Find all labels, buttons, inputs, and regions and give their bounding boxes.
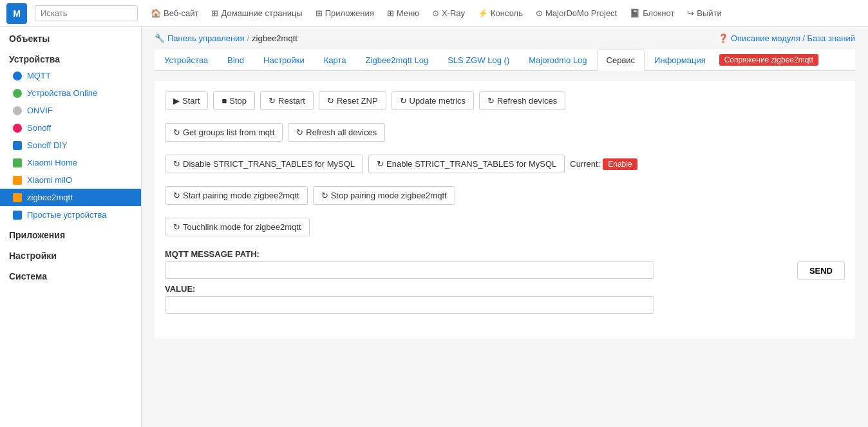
mqtt-path-label: MQTT MESSAGE PATH: bbox=[165, 249, 845, 259]
sidebar-item-xiaomi-home[interactable]: Xiaomi Home bbox=[0, 154, 141, 171]
mqtt-value-input[interactable] bbox=[165, 296, 654, 314]
mqtt-path-row: VALUE: SEND bbox=[165, 261, 845, 314]
logout-icon: ↪ bbox=[687, 8, 694, 18]
update-metrics-icon: ↻ bbox=[400, 96, 407, 106]
prostye-dot bbox=[13, 211, 22, 220]
start-pairing-button[interactable]: ↻ Start pairing mode zigbee2mqtt bbox=[165, 186, 308, 205]
xiaomi-home-dot bbox=[13, 158, 22, 167]
sidebar-item-sonoff-diy[interactable]: Sonoff DIY bbox=[0, 137, 141, 154]
tab-badge-sopryazhenie[interactable]: Сопряжение zigbee2mqtt bbox=[719, 54, 818, 66]
tab-servis[interactable]: Сервис bbox=[597, 50, 645, 71]
nav-website[interactable]: 🏠 Веб-сайт bbox=[146, 0, 203, 27]
get-groups-button[interactable]: ↻ Get groups list from mqtt bbox=[165, 123, 283, 142]
enable-badge: Enable bbox=[603, 158, 637, 170]
get-groups-icon: ↻ bbox=[173, 128, 180, 137]
sonoff-diy-dot bbox=[13, 141, 22, 150]
tab-karta[interactable]: Карта bbox=[314, 50, 356, 71]
sidebar-item-prostye[interactable]: Простые устройства bbox=[0, 206, 141, 223]
refresh-devices-icon: ↻ bbox=[487, 96, 495, 106]
tab-majorodmo-log[interactable]: Majorodmo Log bbox=[519, 50, 596, 71]
sidebar-item-zigbee2mqtt[interactable]: zigbee2mqtt bbox=[0, 189, 141, 206]
sidebar-item-mqtt[interactable]: MQTT bbox=[0, 67, 141, 84]
breadcrumb-docs-link[interactable]: Описание модуля / База знаний bbox=[731, 33, 855, 43]
breadcrumb-icon: 🔧 bbox=[155, 33, 165, 43]
enable-strict-icon: ↻ bbox=[377, 159, 384, 169]
touchlink-icon: ↻ bbox=[173, 222, 180, 232]
sidebar-item-onvif[interactable]: ONVIF bbox=[0, 102, 141, 119]
reset-znp-button[interactable]: ↻ Reset ZNP bbox=[319, 91, 386, 110]
tab-informaciya[interactable]: Информация bbox=[645, 50, 715, 71]
current-status: Current: Enable bbox=[570, 158, 637, 170]
restart-button[interactable]: ↻ Restart bbox=[260, 91, 314, 110]
stop-pairing-icon: ↻ bbox=[321, 191, 328, 200]
notepad-icon: 📓 bbox=[630, 8, 640, 18]
sidebar-section-system[interactable]: Система bbox=[0, 265, 141, 285]
logo: M bbox=[6, 3, 27, 24]
nav-apps[interactable]: ⊞ Приложения bbox=[310, 0, 379, 27]
navbar: M 🏠 Веб-сайт ⊞ Домашние страницы ⊞ Прило… bbox=[0, 0, 868, 27]
sidebar-item-sonoff[interactable]: Sonoff bbox=[0, 119, 141, 137]
sidebar-item-xiaomi-mio[interactable]: Xiaomi milO bbox=[0, 171, 141, 189]
current-label: Current: bbox=[570, 159, 600, 169]
sidebar-item-ustrojstva-online[interactable]: Устройства Online bbox=[0, 84, 141, 102]
sidebar: Объекты Устройства MQTT Устройства Onlin… bbox=[0, 27, 142, 427]
breadcrumb-home[interactable]: Панель управления bbox=[167, 33, 244, 43]
tab-nastrojki[interactable]: Настройки bbox=[254, 50, 314, 71]
buttons-row-2: ↻ Get groups list from mqtt ↻ Refresh al… bbox=[165, 123, 845, 142]
breadcrumb-actions: ❓ Описание модуля / База знаний bbox=[718, 33, 855, 43]
refresh-devices-button[interactable]: ↻ Refresh devices bbox=[479, 91, 565, 110]
search-input[interactable] bbox=[35, 5, 138, 21]
layout: Объекты Устройства MQTT Устройства Onlin… bbox=[0, 27, 868, 427]
tab-bind[interactable]: Bind bbox=[218, 50, 254, 71]
sidebar-section-objects[interactable]: Объекты bbox=[0, 27, 141, 48]
refresh-all-devices-button[interactable]: ↻ Refresh all devices bbox=[288, 123, 385, 142]
nav-notepad[interactable]: 📓 Блокнот bbox=[625, 0, 679, 27]
service-content: ▶ Start ■ Stop ↻ Restart ↻ Reset ZNP ↻ bbox=[155, 81, 855, 339]
onvif-dot bbox=[13, 106, 22, 115]
touchlink-button[interactable]: ↻ Touchlink mode for zigbee2mqtt bbox=[165, 218, 310, 236]
nav-console[interactable]: ⚡ Консоль bbox=[473, 0, 528, 27]
menu-icon: ⊞ bbox=[387, 8, 394, 18]
disable-strict-button[interactable]: ↻ Disable STRICT_TRANS_TABLES for MySQL bbox=[165, 155, 363, 173]
nav-xray[interactable]: ⊙ X-Ray bbox=[427, 0, 470, 27]
mqtt-path-input[interactable] bbox=[165, 261, 654, 279]
send-button[interactable]: SEND bbox=[797, 261, 845, 280]
nav-home-pages[interactable]: ⊞ Домашние страницы bbox=[206, 0, 307, 27]
sidebar-section-apps[interactable]: Приложения bbox=[0, 223, 141, 244]
xiaomi-mio-dot bbox=[13, 176, 22, 185]
update-metrics-button[interactable]: ↻ Update metrics bbox=[392, 91, 474, 110]
buttons-row-4: ↻ Start pairing mode zigbee2mqtt ↻ Stop … bbox=[165, 186, 845, 205]
start-pairing-icon: ↻ bbox=[173, 191, 180, 200]
project-icon: ⊙ bbox=[536, 8, 543, 18]
xray-icon: ⊙ bbox=[432, 8, 439, 18]
sonoff-dot bbox=[13, 124, 22, 133]
mqtt-section: MQTT MESSAGE PATH: VALUE: SEND bbox=[165, 249, 845, 314]
stop-pairing-button[interactable]: ↻ Stop pairing mode zigbee2mqtt bbox=[313, 186, 455, 205]
lightning-icon: ⚡ bbox=[478, 8, 488, 18]
grid-icon: ⊞ bbox=[211, 8, 218, 18]
online-dot bbox=[13, 89, 22, 98]
help-icon: ❓ bbox=[718, 33, 728, 43]
nav-majorproject[interactable]: ⊙ MajorDoMo Project bbox=[531, 0, 622, 27]
nav-logout[interactable]: ↪ Выйти bbox=[682, 0, 727, 27]
restart-icon: ↻ bbox=[269, 96, 276, 106]
sidebar-section-devices[interactable]: Устройства bbox=[0, 48, 141, 67]
enable-strict-button[interactable]: ↻ Enable STRICT_TRANS_TABLES for MySQL bbox=[368, 155, 565, 173]
breadcrumb-current: zigbee2mqtt bbox=[252, 33, 297, 43]
stop-button[interactable]: ■ Stop bbox=[213, 91, 255, 110]
home-icon: 🏠 bbox=[151, 8, 161, 18]
disable-strict-icon: ↻ bbox=[173, 159, 180, 169]
mqtt-dot bbox=[13, 71, 22, 81]
zigbee-dot bbox=[13, 193, 22, 202]
main-content: 🔧 Панель управления / zigbee2mqtt ❓ Опис… bbox=[142, 27, 868, 427]
buttons-row-1: ▶ Start ■ Stop ↻ Restart ↻ Reset ZNP ↻ bbox=[165, 91, 845, 110]
apps-icon: ⊞ bbox=[316, 8, 323, 18]
tab-sls-zgw-log[interactable]: SLS ZGW Log () bbox=[438, 50, 519, 71]
refresh-all-icon: ↻ bbox=[296, 128, 303, 137]
breadcrumb-separator: / bbox=[247, 33, 249, 43]
tab-ustrojstva[interactable]: Устройства bbox=[155, 50, 218, 71]
sidebar-section-settings[interactable]: Настройки bbox=[0, 244, 141, 265]
start-button[interactable]: ▶ Start bbox=[165, 91, 208, 110]
tab-zigbee2mqtt-log[interactable]: Zigbee2mqtt Log bbox=[356, 50, 439, 71]
nav-menu[interactable]: ⊞ Меню bbox=[382, 0, 424, 27]
